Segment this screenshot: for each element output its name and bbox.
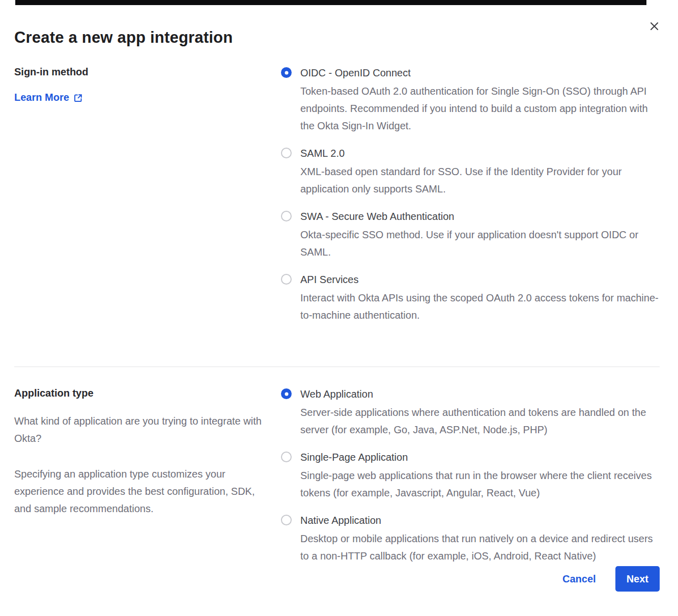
option-description-swa: Okta-specific SSO method. Use if your ap…: [300, 226, 660, 261]
application-type-section: Application type What kind of applicatio…: [14, 387, 660, 577]
radio-button-api-services[interactable]: [281, 274, 292, 285]
radio-option-web-application[interactable]: Web Application Server-side applications…: [281, 387, 660, 438]
option-description-web-application: Server-side applications where authentic…: [300, 404, 660, 438]
radio-button-single-page-application[interactable]: [281, 452, 292, 462]
radio-option-oidc[interactable]: OIDC - OpenID Connect Token-based OAuth …: [281, 66, 660, 134]
application-type-label: Application type: [14, 387, 266, 399]
radio-option-native-application[interactable]: Native Application Desktop or mobile app…: [281, 514, 660, 565]
radio-button-oidc[interactable]: [281, 67, 292, 78]
dialog-footer: Cancel Next: [562, 566, 660, 592]
radio-option-api-services[interactable]: API Services Interact with Okta APIs usi…: [281, 273, 660, 324]
next-button[interactable]: Next: [615, 566, 660, 592]
sign-in-method-section: Sign-in method Learn More OIDC - OpenID …: [14, 66, 660, 336]
application-type-question: What kind of application are you trying …: [14, 412, 266, 447]
option-label-oidc: OIDC - OpenID Connect: [300, 66, 660, 79]
option-description-saml: XML-based open standard for SSO. Use if …: [300, 163, 660, 198]
external-link-icon: [73, 93, 83, 103]
sign-in-method-label: Sign-in method: [14, 66, 266, 78]
radio-button-web-application[interactable]: [281, 388, 292, 399]
cancel-button[interactable]: Cancel: [562, 573, 596, 585]
option-description-native-application: Desktop or mobile applications that run …: [300, 530, 660, 565]
option-description-single-page-application: Single-page web applications that run in…: [300, 467, 660, 501]
option-label-native-application: Native Application: [300, 514, 660, 527]
option-label-single-page-application: Single-Page Application: [300, 451, 660, 464]
option-label-web-application: Web Application: [300, 387, 660, 401]
option-label-api-services: API Services: [300, 273, 660, 286]
option-label-saml: SAML 2.0: [300, 147, 660, 160]
learn-more-link[interactable]: Learn More: [14, 92, 83, 103]
radio-option-saml[interactable]: SAML 2.0 XML-based open standard for SSO…: [281, 147, 660, 198]
radio-button-saml[interactable]: [281, 148, 292, 158]
option-description-oidc: Token-based OAuth 2.0 authentication for…: [300, 82, 660, 134]
close-icon: [650, 22, 659, 31]
radio-option-swa[interactable]: SWA - Secure Web Authentication Okta-spe…: [281, 210, 660, 261]
learn-more-label: Learn More: [14, 92, 69, 103]
radio-button-native-application[interactable]: [281, 515, 292, 525]
option-description-api-services: Interact with Okta APIs using the scoped…: [300, 289, 660, 324]
application-type-explanation: Specifying an application type customize…: [14, 465, 266, 517]
section-divider: [14, 367, 660, 367]
create-app-integration-dialog: Create a new app integration Sign-in met…: [0, 0, 678, 616]
option-label-swa: SWA - Secure Web Authentication: [300, 210, 660, 223]
radio-option-single-page-application[interactable]: Single-Page Application Single-page web …: [281, 451, 660, 501]
application-type-options-group: Web Application Server-side applications…: [281, 387, 660, 577]
radio-button-swa[interactable]: [281, 211, 292, 221]
close-button[interactable]: [648, 20, 660, 32]
dialog-title: Create a new app integration: [14, 0, 660, 47]
sign-in-options-group: OIDC - OpenID Connect Token-based OAuth …: [281, 66, 660, 336]
